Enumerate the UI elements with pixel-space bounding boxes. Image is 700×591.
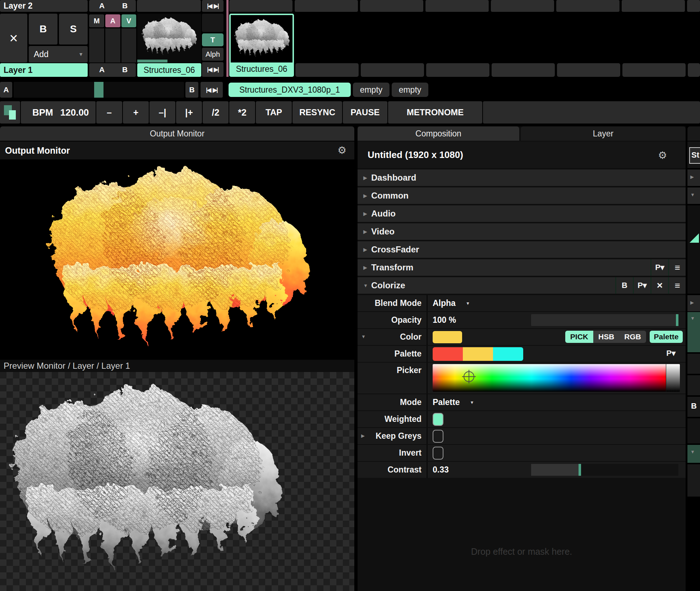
opacity-slider-thumb[interactable] [676,314,678,326]
layer1-bypass-button[interactable]: B [29,14,57,45]
layer1-ab-cell[interactable]: A B [89,63,136,77]
empty-clip-slot[interactable] [622,63,686,77]
tab-layer[interactable]: Layer [521,126,686,141]
crossfader-handle[interactable] [94,82,103,98]
empty-clip-slot[interactable] [426,63,489,77]
resolume-logo[interactable] [0,101,20,124]
clip-upper-cell[interactable] [202,14,224,32]
skip-back-icon[interactable]: |◀ [206,87,211,93]
layer1-solo-button[interactable]: S [59,14,88,45]
picker-gray-strip[interactable] [666,364,680,392]
skip-back-icon[interactable]: |◀ [207,66,212,73]
gear-icon[interactable]: ⚙ [658,149,667,161]
bpm-double-button[interactable]: *2 [229,101,255,124]
grid-cell[interactable] [622,0,685,12]
layer1-a[interactable]: A [99,65,105,74]
clipped-green-row[interactable]: ▼ [687,312,700,352]
clipped-tab[interactable] [687,126,700,141]
clipped-row[interactable] [687,375,700,395]
picker-cursor[interactable] [464,371,474,382]
layer2-name[interactable]: Layer 2 [0,0,88,12]
active-clip-button[interactable]: Structures_DXV3_1080p_1 [229,83,351,97]
expander-icon[interactable]: ▶ [363,247,371,252]
clipped-row[interactable]: ▼ [687,187,700,204]
opacity-value[interactable]: 100 % [433,315,456,325]
empty-clip-slot[interactable] [361,63,424,77]
layer1-clear-button[interactable]: × [0,14,27,62]
weighted-checkbox[interactable] [433,413,443,426]
expander-icon[interactable]: ▶ [363,229,371,234]
mode-dropdown[interactable]: Palette▼ [428,394,686,410]
selected-clip-name[interactable]: Structures_06 [231,62,293,75]
grid-cell[interactable] [556,0,620,12]
layer2-transport[interactable]: |◀▶| [202,0,224,12]
layer2-a[interactable]: A [99,1,105,10]
palette-swatch-yellow[interactable] [463,347,493,361]
section-colorize[interactable]: ▼Colorize B P▾ × ≡ [358,277,686,294]
colorize-preset-button[interactable]: P▾ [633,277,650,294]
grid-cell[interactable] [687,0,700,12]
empty-slot-button[interactable]: empty [353,83,390,97]
expander-icon[interactable]: ▶ [363,175,371,181]
empty-clip-slot[interactable] [295,63,359,77]
palette-toggle-button[interactable]: Palette [650,331,683,343]
contrast-slider-thumb[interactable] [579,464,581,476]
beat-minus-button[interactable]: –| [149,101,175,124]
layer2-empty-cell[interactable] [137,0,201,12]
contrast-slider[interactable] [531,464,678,476]
crossfader-a-button[interactable]: A [0,82,12,98]
empty-clip-slot[interactable] [492,63,555,77]
grid-cell[interactable] [425,0,489,12]
clipped-row[interactable]: ▶ [687,169,700,186]
empty-slot-button[interactable]: empty [392,83,428,97]
colorize-bypass-button[interactable]: B [615,277,633,294]
palette-swatch-red[interactable] [433,347,463,361]
crossfader-b-button[interactable]: B [185,82,198,98]
bpm-plus-button[interactable]: + [123,101,149,124]
clip1-name[interactable]: Structures_06 [137,63,201,77]
clip-transition-button[interactable]: T [202,33,224,46]
skip-back-icon[interactable]: |◀ [207,3,212,9]
expander-icon[interactable]: ▶ [363,193,371,199]
colorize-menu-button[interactable]: ≡ [668,277,686,294]
section-common[interactable]: ▶Common [358,187,686,204]
collapse-icon[interactable]: ▼ [363,283,371,288]
section-audio[interactable]: ▶Audio [358,205,686,222]
clip-transport[interactable]: |◀▶| [202,62,224,77]
clip-blend-button[interactable]: Alph [202,48,224,61]
section-crossfader[interactable]: ▶CrossFader [358,241,686,258]
clip-thumbnail-cell[interactable] [137,14,201,62]
tab-output-monitor[interactable]: Output Monitor [0,126,354,141]
tab-composition[interactable]: Composition [358,126,519,141]
grid-cell[interactable] [229,0,293,12]
gear-icon[interactable]: ⚙ [337,144,346,156]
layer1-b[interactable]: B [122,65,128,74]
pause-button[interactable]: PAUSE [343,101,387,124]
keep-greys-checkbox[interactable] [433,430,443,443]
palette-swatch-cyan[interactable] [493,347,523,361]
grid-cell[interactable] [360,0,423,12]
colorize-close-button[interactable]: × [650,277,668,294]
clipped-b-row[interactable]: B [687,397,700,417]
expander-icon[interactable]: ▶ [363,265,371,270]
grid-cell[interactable] [491,0,554,12]
color-mode-pick[interactable]: PICK [565,331,593,343]
blend-mode-dropdown[interactable]: Alpha▼ [428,295,686,311]
metronome-button[interactable]: METRONOME [388,101,482,124]
bpm-value[interactable]: 120.00 [60,107,89,118]
section-transform[interactable]: ▶Transform P▾ ≡ [358,259,686,276]
invert-checkbox[interactable] [433,447,443,460]
layer2-b[interactable]: B [122,1,128,10]
clipped-row[interactable]: ▶ [687,295,700,311]
layer2-ab-cell[interactable]: A B [89,0,136,12]
bpm-minus-button[interactable]: – [96,101,122,124]
empty-clip-slot[interactable] [688,63,700,77]
color-picker-gradient[interactable] [433,364,680,392]
skip-fwd-icon[interactable]: ▶| [214,3,218,9]
skip-fwd-icon[interactable]: ▶| [214,66,218,73]
layer1-v-fader[interactable] [121,28,136,62]
crossfader-track[interactable] [14,82,184,98]
selected-clip[interactable]: Structures_06 [229,14,294,77]
layer1-m-fader[interactable] [89,28,104,62]
section-video[interactable]: ▶Video [358,223,686,240]
